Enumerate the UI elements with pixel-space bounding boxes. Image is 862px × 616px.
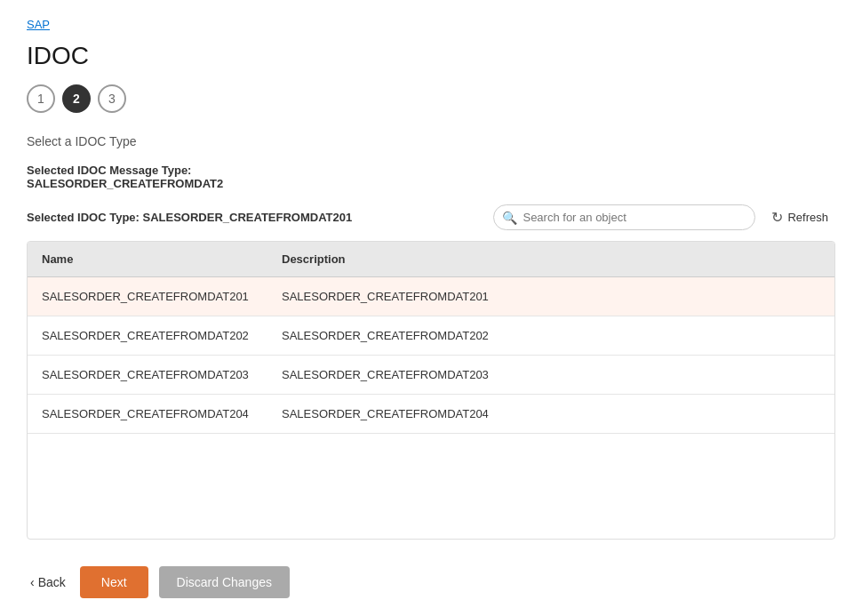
search-input[interactable] — [493, 204, 755, 230]
column-header-description: Description — [267, 242, 834, 277]
search-row: Selected IDOC Type: SALESORDER_CREATEFRO… — [27, 204, 835, 230]
column-header-name: Name — [28, 242, 267, 277]
page-container: SAP IDOC 1 2 3 Select a IDOC Type Select… — [0, 0, 862, 616]
table-row[interactable]: SALESORDER_CREATEFROMDAT204SALESORDER_CR… — [28, 395, 834, 434]
refresh-icon: ↻ — [771, 209, 783, 226]
table-row[interactable]: SALESORDER_CREATEFROMDAT203SALESORDER_CR… — [28, 356, 834, 395]
table-cell-name: SALESORDER_CREATEFROMDAT204 — [28, 395, 267, 434]
table-header-row: Name Description — [28, 242, 834, 277]
table-cell-name: SALESORDER_CREATEFROMDAT203 — [28, 356, 267, 395]
refresh-button[interactable]: ↻ Refresh — [764, 205, 835, 229]
message-type-label: Selected IDOC Message Type: — [27, 164, 191, 177]
table-row[interactable]: SALESORDER_CREATEFROMDAT201SALESORDER_CR… — [28, 277, 834, 316]
step-1[interactable]: 1 — [27, 84, 55, 113]
section-label: Select a IDOC Type — [27, 134, 835, 148]
table-cell-name: SALESORDER_CREATEFROMDAT202 — [28, 316, 267, 356]
step-3[interactable]: 3 — [98, 84, 126, 113]
table-cell-description: SALESORDER_CREATEFROMDAT202 — [267, 316, 834, 356]
refresh-label: Refresh — [787, 211, 828, 224]
message-type-value: SALESORDER_CREATEFROMDAT2 — [27, 177, 835, 190]
table-cell-name: SALESORDER_CREATEFROMDAT201 — [28, 277, 267, 316]
next-button[interactable]: Next — [80, 566, 148, 598]
footer: ‹ Back Next Discard Changes — [27, 548, 835, 598]
message-type-block: Selected IDOC Message Type: SALESORDER_C… — [27, 163, 835, 190]
back-label: Back — [38, 575, 66, 589]
idoc-table: Name Description SALESORDER_CREATEFROMDA… — [28, 242, 834, 478]
back-button[interactable]: ‹ Back — [27, 568, 69, 596]
search-icon: 🔍 — [502, 211, 517, 225]
table-empty-row — [28, 434, 834, 478]
step-2[interactable]: 2 — [62, 84, 91, 113]
back-arrow-icon: ‹ — [30, 575, 35, 589]
table-cell-description: SALESORDER_CREATEFROMDAT201 — [267, 277, 834, 316]
page-title: IDOC — [27, 42, 835, 70]
discard-button[interactable]: Discard Changes — [159, 566, 290, 598]
table-cell-description: SALESORDER_CREATEFROMDAT204 — [267, 395, 834, 434]
table-container: Name Description SALESORDER_CREATEFROMDA… — [27, 241, 835, 540]
table-cell-description: SALESORDER_CREATEFROMDAT203 — [267, 356, 834, 395]
table-row[interactable]: SALESORDER_CREATEFROMDAT202SALESORDER_CR… — [28, 316, 834, 356]
search-input-wrapper: 🔍 — [493, 204, 755, 230]
stepper: 1 2 3 — [27, 84, 835, 113]
breadcrumb[interactable]: SAP — [27, 18, 835, 31]
idoc-type-label: Selected IDOC Type: SALESORDER_CREATEFRO… — [27, 211, 352, 224]
search-area: 🔍 ↻ Refresh — [493, 204, 835, 230]
